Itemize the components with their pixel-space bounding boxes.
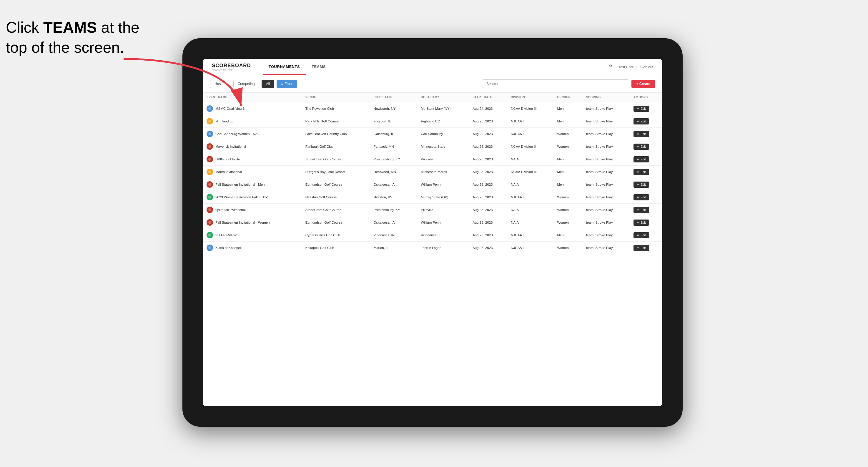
cell-scoring: team, Stroke Play (583, 102, 630, 115)
nav-tab-tournaments[interactable]: TOURNAMENTS (263, 59, 306, 75)
svg-point-6 (208, 170, 211, 173)
event-icon (207, 181, 213, 188)
cell-division: NJCAA II (507, 229, 554, 242)
table-container: EVENT NAME VENUE CITY, STATE HOSTED BY S… (203, 93, 662, 406)
cell-scoring: team, Stroke Play (583, 153, 630, 166)
cell-event-name: 2023 Women's Hesston Fall Kickoff (203, 191, 302, 204)
cell-gender: Women (554, 204, 582, 216)
cell-scoring: team, Stroke Play (583, 229, 630, 242)
edit-button[interactable]: ✏ Edit (633, 169, 649, 175)
cell-gender: Men (554, 102, 582, 115)
competing-button[interactable]: Competing (233, 80, 259, 88)
edit-button[interactable]: ✏ Edit (633, 207, 649, 213)
cell-actions: ✏ Edit (630, 166, 662, 178)
edit-button[interactable]: ✏ Edit (633, 194, 649, 200)
edit-button[interactable]: ✏ Edit (633, 131, 649, 137)
cell-start-date: Aug 28, 2023 (469, 191, 507, 204)
edit-icon: ✏ (637, 158, 640, 161)
all-button[interactable]: All (261, 80, 274, 88)
cell-city-state: Deerwood, MN (370, 166, 417, 178)
logo-text: SCOREBOARD (212, 63, 251, 68)
cell-hosted-by: Vincennes (417, 229, 469, 242)
edit-button[interactable]: ✏ Edit (633, 220, 649, 226)
event-name-text: upike fall invitational (215, 208, 246, 212)
svg-point-8 (208, 196, 211, 199)
cell-actions: ✏ Edit (630, 141, 662, 153)
sign-out-link[interactable]: Sign out (640, 65, 653, 69)
edit-button[interactable]: ✏ Edit (633, 156, 649, 162)
cell-gender: Women (554, 141, 582, 153)
edit-button[interactable]: ✏ Edit (633, 118, 649, 124)
edit-button[interactable]: ✏ Edit (633, 232, 649, 238)
cell-division: NJCAA I (507, 128, 554, 141)
instruction-text: Click TEAMS at the top of the screen. (6, 18, 140, 57)
gear-icon[interactable]: ⚙ (609, 64, 616, 70)
cell-city-state: Oskaloosa, IA (370, 178, 417, 191)
cell-hosted-by: Pikeville (417, 204, 469, 216)
cell-venue: Ruttger's Bay Lake Resort (302, 166, 370, 178)
edit-button[interactable]: ✏ Edit (633, 106, 649, 112)
cell-start-date: Aug 28, 2023 (469, 229, 507, 242)
edit-icon: ✏ (637, 234, 640, 237)
table-row: 2023 Women's Hesston Fall Kickoff Hessto… (203, 191, 662, 204)
filter-dropdown-button[interactable]: ≡ Filter (277, 80, 297, 88)
cell-division: NCAA Division III (507, 102, 554, 115)
cell-venue: Park Hills Golf Course (302, 115, 370, 128)
cell-gender: Women (554, 191, 582, 204)
table-row: UPKE Fall Invite StoneCrest Golf Course … (203, 153, 662, 166)
cell-venue: Hesston Golf Course (302, 191, 370, 204)
table-row: Fall Statesmen Invitational - Women Edmu… (203, 216, 662, 229)
cell-hosted-by: John A Logan (417, 242, 469, 254)
edit-button[interactable]: ✏ Edit (633, 245, 649, 251)
create-button[interactable]: + Create (631, 80, 655, 88)
cell-scoring: team, Stroke Play (583, 204, 630, 216)
event-icon (207, 219, 213, 226)
cell-division: NJCAA II (507, 191, 554, 204)
event-name-text: 2023 Women's Hesston Fall Kickoff (215, 195, 269, 199)
edit-icon: ✏ (637, 246, 640, 250)
cell-gender: Men (554, 178, 582, 191)
cell-venue: Kokopelli Golf Club (302, 242, 370, 254)
cell-city-state: Faribault, MN (370, 141, 417, 153)
svg-point-11 (208, 234, 211, 237)
filter-icon: ≡ (281, 82, 283, 86)
event-name-text: Morris Invitational (215, 170, 242, 174)
svg-point-1 (208, 107, 211, 110)
svg-point-2 (208, 120, 211, 123)
user-name: Test User (619, 65, 633, 69)
cell-gender: Men (554, 166, 582, 178)
event-icon (207, 194, 213, 200)
event-icon (207, 156, 213, 162)
edit-icon: ✏ (637, 145, 640, 148)
col-hosted-by: HOSTED BY (417, 93, 469, 102)
event-icon (207, 118, 213, 124)
cell-actions: ✏ Edit (630, 153, 662, 166)
cell-city-state: Newburgh, NY (370, 102, 417, 115)
nav-tab-teams[interactable]: TEAMS (306, 59, 332, 75)
svg-point-9 (208, 208, 211, 211)
nav-bar: SCOREBOARD Powered by Clipit TOURNAMENTS… (203, 59, 662, 75)
search-input[interactable] (482, 80, 629, 88)
cell-city-state: Prestonsburg, KY (370, 204, 417, 216)
hosting-button[interactable]: Hosting (210, 80, 231, 88)
cell-venue: Faribault Golf Club (302, 141, 370, 153)
nav-tabs: TOURNAMENTS TEAMS (263, 59, 609, 75)
event-name-text: VU PREVIEW (215, 234, 237, 237)
cell-gender: Men (554, 153, 582, 166)
cell-event-name: Maverick Invitational (203, 141, 302, 153)
tournaments-table: EVENT NAME VENUE CITY, STATE HOSTED BY S… (203, 93, 662, 254)
edit-button[interactable]: ✏ Edit (633, 144, 649, 150)
cell-gender: Women (554, 242, 582, 254)
cell-scoring: team, Stroke Play (583, 166, 630, 178)
cell-actions: ✏ Edit (630, 102, 662, 115)
edit-icon: ✏ (637, 183, 640, 186)
cell-actions: ✏ Edit (630, 242, 662, 254)
cell-actions: ✏ Edit (630, 204, 662, 216)
col-venue: VENUE (302, 93, 370, 102)
cell-division: NCAA Division III (507, 166, 554, 178)
event-icon (207, 207, 213, 213)
cell-event-name: Klash at Kokopelli (203, 242, 302, 254)
col-gender: GENDER (554, 93, 582, 102)
edit-button[interactable]: ✏ Edit (633, 182, 649, 188)
content-area: Hosting Competing All ≡ Filter + Create (203, 75, 662, 406)
